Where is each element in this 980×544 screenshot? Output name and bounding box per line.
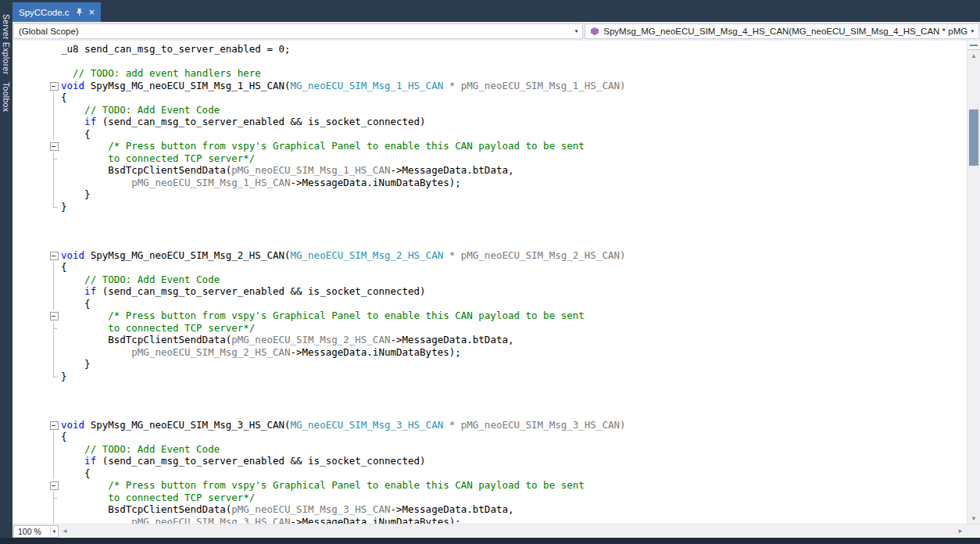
- code-line: if (send_can_msg_to_server_enabled && is…: [47, 285, 967, 298]
- code-line: void SpyMsg_MG_neoECU_SIM_Msg_2_HS_CAN(M…: [47, 249, 967, 262]
- sidebar-item-toolbox[interactable]: Toolbox: [2, 82, 11, 112]
- scroll-up-icon[interactable]: ▲: [967, 50, 980, 61]
- code-line: [47, 237, 967, 249]
- code-line-text: // TODO: Add Event Code: [61, 104, 967, 116]
- code-line: // TODO: Add Event Code: [47, 443, 967, 456]
- fold-collapse-icon[interactable]: [47, 80, 61, 92]
- code-line-text: {: [61, 91, 967, 104]
- code-line: if (send_can_msg_to_server_enabled && is…: [47, 116, 967, 128]
- scrollbar-track[interactable]: [967, 61, 980, 513]
- code-line: /* Press button from vspy's Graphical Pa…: [47, 479, 967, 492]
- code-line: }: [47, 201, 967, 213]
- fold-margin: [47, 382, 61, 395]
- fold-margin: [47, 237, 61, 249]
- fold-margin: [47, 334, 61, 346]
- fold-margin: [47, 213, 61, 225]
- code-line-text: pMG_neoECU_SIM_Msg_1_HS_CAN->MessageData…: [61, 177, 967, 189]
- sidebar-item-server-explorer[interactable]: Server Explorer: [2, 14, 11, 74]
- code-line-text: [61, 382, 967, 395]
- code-line: [47, 225, 967, 238]
- tab-spyccode[interactable]: SpyCCode.c ×: [13, 2, 101, 22]
- code-line: {: [47, 431, 967, 443]
- scroll-down-icon[interactable]: ▼: [967, 513, 980, 524]
- fold-collapse-icon[interactable]: [47, 140, 61, 152]
- content-row: Server Explorer Toolbox SpyCCode.c × (Gl…: [0, 0, 980, 538]
- code-line-text: pMG_neoECU_SIM_Msg_2_HS_CAN->MessageData…: [61, 346, 967, 359]
- fold-margin: [47, 43, 61, 55]
- pin-icon[interactable]: [75, 8, 84, 16]
- chevron-down-icon: ▾: [50, 528, 58, 535]
- code-line: {: [47, 298, 967, 310]
- code-line: void SpyMsg_MG_neoECU_SIM_Msg_3_HS_CAN(M…: [47, 419, 967, 431]
- fold-margin: [47, 298, 61, 310]
- splitter-grip[interactable]: [967, 41, 980, 50]
- zoom-value: 100 %: [18, 527, 41, 536]
- scrollbar-thumb[interactable]: [969, 109, 978, 166]
- code-editor[interactable]: _u8 send_can_msg_to_server_enabled = 0; …: [13, 41, 967, 524]
- code-line-text: if (send_can_msg_to_server_enabled && is…: [61, 285, 967, 298]
- scope-dropdown[interactable]: (Global Scope) ▾: [13, 23, 583, 39]
- fold-margin: [47, 116, 61, 128]
- code-line: BsdTcpClientSendData(pMG_neoECU_SIM_Msg_…: [47, 503, 967, 516]
- member-dropdown[interactable]: SpyMsg_MG_neoECU_SIM_Msg_4_HS_CAN(MG_neo…: [585, 23, 979, 39]
- fold-collapse-icon[interactable]: [47, 479, 61, 492]
- document-tab-strip: SpyCCode.c ×: [13, 0, 980, 22]
- code-line-text: {: [61, 261, 967, 274]
- code-line: to connected TCP server*/: [47, 152, 967, 165]
- code-line: [47, 395, 967, 407]
- code-line-text: }: [61, 188, 967, 201]
- fold-margin: [47, 358, 61, 370]
- code-line-text: to connected TCP server*/: [61, 322, 967, 335]
- fold-margin: [47, 431, 61, 443]
- code-line-text: to connected TCP server*/: [61, 152, 967, 165]
- code-lines: _u8 send_can_msg_to_server_enabled = 0; …: [47, 43, 967, 524]
- code-line-text: BsdTcpClientSendData(pMG_neoECU_SIM_Msg_…: [61, 334, 967, 346]
- code-line: BsdTcpClientSendData(pMG_neoECU_SIM_Msg_…: [47, 334, 967, 346]
- fold-margin: [47, 285, 61, 298]
- code-line-text: // TODO: Add Event Code: [61, 443, 967, 456]
- code-line-text: void SpyMsg_MG_neoECU_SIM_Msg_2_HS_CAN(M…: [61, 249, 967, 262]
- code-line: // TODO: Add Event Code: [47, 104, 967, 116]
- code-line: [47, 213, 967, 225]
- chevron-down-icon: ▾: [572, 28, 581, 34]
- fold-collapse-icon[interactable]: [47, 249, 61, 262]
- fold-margin: [47, 152, 61, 165]
- scroll-right-icon[interactable]: ►: [954, 524, 967, 538]
- fold-margin: [47, 188, 61, 201]
- fold-margin: [47, 503, 61, 516]
- fold-margin: [47, 467, 61, 480]
- code-line-text: _u8 send_can_msg_to_server_enabled = 0;: [61, 43, 967, 55]
- close-icon[interactable]: ×: [89, 7, 95, 17]
- code-line: BsdTcpClientSendData(pMG_neoECU_SIM_Msg_…: [47, 164, 967, 177]
- code-line-text: pMG_neoECU_SIM_Msg_3_HS_CAN->MessageData…: [61, 516, 967, 524]
- code-line-text: }: [61, 201, 967, 213]
- zoom-dropdown[interactable]: 100 % ▾: [13, 525, 59, 538]
- code-line: pMG_neoECU_SIM_Msg_3_HS_CAN->MessageData…: [47, 516, 967, 524]
- code-line-text: {: [61, 431, 967, 443]
- fold-collapse-icon[interactable]: [47, 419, 61, 431]
- code-line-text: {: [61, 128, 967, 141]
- navigation-bar: (Global Scope) ▾ SpyMsg_MG_neoECU_SIM_Ms…: [13, 22, 980, 41]
- code-line-text: void SpyMsg_MG_neoECU_SIM_Msg_3_HS_CAN(M…: [61, 419, 967, 431]
- code-line: to connected TCP server*/: [47, 322, 967, 335]
- code-line: /* Press button from vspy's Graphical Pa…: [47, 140, 967, 152]
- fold-margin: [47, 455, 61, 467]
- tab-title: SpyCCode.c: [19, 8, 70, 17]
- fold-margin: [47, 55, 61, 68]
- scroll-left-icon[interactable]: ◄: [59, 524, 71, 538]
- horizontal-scrollbar-track[interactable]: [71, 524, 954, 538]
- fold-collapse-icon[interactable]: [47, 310, 61, 322]
- chevron-down-icon: ▾: [967, 28, 977, 34]
- fold-margin: [47, 225, 61, 238]
- code-line-text: [61, 395, 967, 407]
- fold-margin: [47, 492, 61, 504]
- vertical-scrollbar[interactable]: ▲ ▼: [967, 41, 980, 524]
- visual-studio-window: Server Explorer Toolbox SpyCCode.c × (Gl…: [0, 0, 980, 544]
- code-line: }: [47, 188, 967, 201]
- code-line-text: /* Press button from vspy's Graphical Pa…: [61, 310, 967, 322]
- code-line-text: /* Press button from vspy's Graphical Pa…: [61, 479, 967, 492]
- member-dropdown-value: SpyMsg_MG_neoECU_SIM_Msg_4_HS_CAN(MG_neo…: [603, 27, 967, 36]
- code-line: {: [47, 128, 967, 141]
- horizontal-scrollbar[interactable]: ◄ ►: [59, 524, 967, 538]
- editor-row: _u8 send_can_msg_to_server_enabled = 0; …: [13, 41, 980, 524]
